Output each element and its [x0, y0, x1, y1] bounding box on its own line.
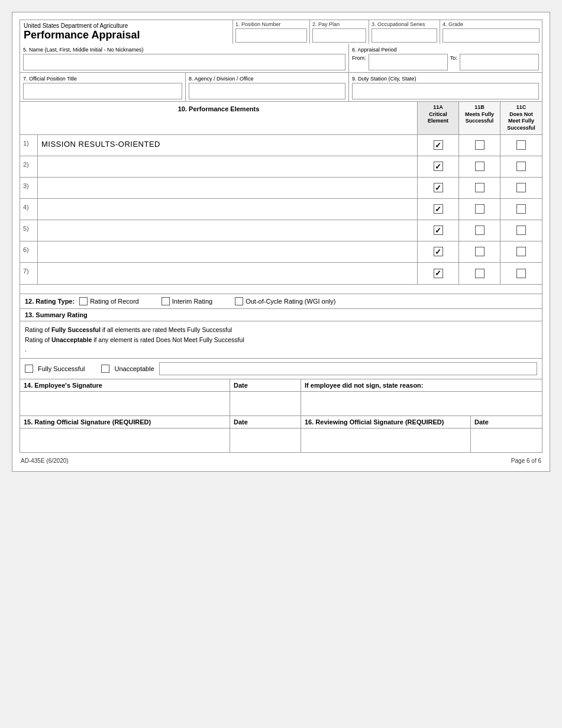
col-11c-header: 11CDoes NotMeet FullySuccessful [500, 102, 542, 134]
duty-station-input[interactable] [352, 83, 539, 99]
employee-sig-date-input[interactable] [230, 392, 301, 415]
occupational-series-label: 3. Occupational Series [372, 21, 437, 27]
perf-row-check-11a-2: ✓ [418, 156, 459, 177]
perf-row-content-6[interactable] [38, 241, 418, 262]
performance-row-7: 7)✓ [20, 263, 542, 284]
position-number-field: 1. Position Number [233, 20, 310, 44]
performance-row-6: 6)✓ [20, 241, 542, 263]
reviewing-official-sig-input[interactable] [301, 429, 471, 452]
unacceptable-bold: Unacceptable [51, 336, 92, 343]
unacceptable-checkbox[interactable] [101, 365, 109, 373]
perf-row-content-7[interactable] [38, 263, 418, 284]
perf-row-check-11b-7 [459, 263, 500, 284]
perf-row-content-5[interactable] [38, 220, 418, 241]
rating-official-date-input[interactable] [230, 429, 301, 452]
perf-row-content-1[interactable]: MISSION RESULTS-ORIENTED [38, 135, 418, 156]
grade-input[interactable] [443, 28, 540, 43]
rating-type-row: 12. Rating Type: Rating of Record Interi… [20, 294, 542, 309]
duty-station-cell: 9. Duty Station (City, State) [349, 73, 542, 101]
col-11a-label: 11ACriticalElement [428, 104, 448, 124]
perf-row-check-11c-4 [500, 199, 542, 220]
perf-row-check-11c-7 [500, 263, 542, 284]
rating-of-record-option: Rating of Record [79, 297, 139, 305]
name-label: 5. Name (Last, First, Middle Initial - N… [23, 47, 144, 53]
page-number: Page 6 of 6 [511, 458, 541, 464]
out-of-cycle-checkbox[interactable] [235, 297, 243, 305]
summary-line2: Rating of Unacceptable if any element is… [25, 335, 537, 345]
unacceptable-option-label: Unacceptable [114, 365, 154, 372]
interim-rating-option: Interim Rating [162, 297, 212, 305]
checkbox-11b-2[interactable] [475, 162, 485, 171]
checkbox-11b-6[interactable] [475, 247, 485, 256]
appraisal-from-input[interactable] [369, 54, 448, 70]
perf-row-number-4: 4) [20, 199, 38, 220]
checkbox-11b-3[interactable] [475, 183, 485, 192]
position-title-label: 7. Official Position Title [23, 76, 77, 82]
perf-row-check-11b-1 [459, 135, 500, 156]
name-cell: 5. Name (Last, First, Middle Initial - N… [20, 44, 349, 72]
checkbox-11a-6[interactable]: ✓ [434, 247, 443, 256]
fully-successful-checkbox[interactable] [25, 365, 33, 373]
rating-reviewing-input-row [20, 429, 542, 452]
appraisal-to-input[interactable] [460, 54, 539, 70]
employee-signature-section: 14. Employee's Signature Date If employe… [20, 379, 542, 416]
checkbox-11c-2[interactable] [516, 162, 526, 171]
occupational-series-input[interactable] [372, 28, 437, 43]
checkbox-11a-5[interactable]: ✓ [434, 226, 443, 235]
position-title-input[interactable] [23, 83, 182, 99]
checkbox-11c-7[interactable] [516, 269, 526, 278]
position-title-cell: 7. Official Position Title [20, 73, 186, 101]
performance-rows: 1)MISSION RESULTS-ORIENTED✓2)✓3)✓4)✓5)✓6… [20, 135, 542, 284]
rating-of-record-label: Rating of Record [90, 298, 139, 305]
summary-rating-header: 13. Summary Rating [20, 309, 542, 321]
checkbox-11c-3[interactable] [516, 183, 526, 192]
performance-elements-title: 10. Performance Elements [20, 102, 418, 134]
perf-row-check-11c-1 [500, 135, 542, 156]
checkbox-11b-1[interactable] [475, 140, 485, 150]
checkbox-11c-5[interactable] [516, 226, 526, 235]
col-11a-header: 11ACriticalElement [418, 102, 459, 134]
agency-division-input[interactable] [189, 83, 345, 99]
checkbox-11c-6[interactable] [516, 247, 526, 256]
perf-row-content-3[interactable] [38, 178, 418, 198]
duty-station-label: 9. Duty Station (City, State) [352, 76, 416, 82]
perf-row-check-11c-3 [500, 178, 542, 198]
checkbox-11c-1[interactable] [516, 140, 526, 150]
checkbox-11b-4[interactable] [475, 204, 485, 214]
col-11c-label: 11CDoes NotMeet FullySuccessful [507, 104, 535, 131]
performance-elements-section: 10. Performance Elements 11ACriticalElem… [20, 102, 542, 285]
name-input[interactable] [23, 54, 345, 70]
pay-plan-label: 2. Pay Plan [312, 21, 366, 27]
rating-official-date-label: Date [230, 416, 301, 428]
pay-plan-input[interactable] [312, 28, 366, 43]
checkbox-11a-2[interactable]: ✓ [434, 162, 443, 171]
summary-rating-text-input[interactable] [159, 362, 537, 375]
fully-successful-bold: Fully Successful [51, 326, 101, 333]
checkbox-11a-4[interactable]: ✓ [434, 204, 443, 214]
rating-reviewing-section: 15. Rating Official Signature (REQUIRED)… [20, 416, 542, 453]
checkbox-11b-7[interactable] [475, 269, 485, 278]
perf-row-content-4[interactable] [38, 199, 418, 220]
interim-rating-checkbox[interactable] [162, 297, 170, 305]
rating-official-sig-input[interactable] [20, 429, 230, 452]
interim-rating-label: Interim Rating [172, 298, 212, 305]
name-appraisal-section: 5. Name (Last, First, Middle Initial - N… [20, 44, 542, 73]
checkbox-11a-1[interactable]: ✓ [434, 140, 443, 150]
rating-of-record-checkbox[interactable] [79, 297, 88, 305]
position-number-input[interactable] [235, 28, 307, 43]
perf-row-content-2[interactable] [38, 156, 418, 177]
checkbox-11c-4[interactable] [516, 204, 526, 214]
reviewing-official-date-input[interactable] [471, 429, 542, 452]
perf-row-check-11c-5 [500, 220, 542, 241]
form-title: Performance Appraisal [24, 29, 229, 41]
perf-row-number-7: 7) [20, 263, 38, 284]
performance-row-5: 5)✓ [20, 220, 542, 241]
spacer-row [20, 285, 542, 294]
employee-not-signed-reason-input[interactable] [301, 392, 542, 415]
checkbox-11a-7[interactable]: ✓ [434, 269, 443, 278]
occupational-series-field: 3. Occupational Series [369, 20, 440, 44]
checkbox-11a-3[interactable]: ✓ [434, 183, 443, 192]
appraisal-from-to: From: To: [352, 54, 539, 70]
checkbox-11b-5[interactable] [475, 226, 485, 235]
employee-sig-input[interactable] [20, 392, 230, 415]
